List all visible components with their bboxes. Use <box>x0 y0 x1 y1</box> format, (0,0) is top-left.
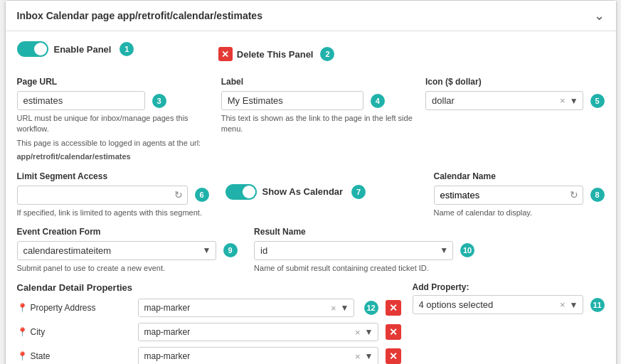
property-address-badge: 12 <box>364 301 378 315</box>
calendar-detail-label: Calendar Detail Properties <box>17 282 401 293</box>
property-address-delete-button[interactable]: ✕ <box>386 300 401 316</box>
detail-row-1: 📍 City × ▼ ✕ <box>17 323 401 341</box>
enable-label: Enable Panel <box>54 44 112 55</box>
icon-col: Icon ($ dollar) × ▼ 5 <box>425 77 604 110</box>
calendar-name-hint: Name of calendar to display. <box>434 208 605 218</box>
calendar-detail-col: Calendar Detail Properties 📍 Property Ad… <box>17 282 401 364</box>
add-property-clear-icon[interactable]: × <box>557 299 568 310</box>
pin-icon-2: 📍 <box>17 351 28 361</box>
calendar-name-badge: 8 <box>590 188 605 202</box>
detail-row-0: 📍 Property Address × ▼ 12 ✕ <box>17 299 401 317</box>
bottom-row: Calendar Detail Properties 📍 Property Ad… <box>17 282 605 364</box>
city-label: 📍 City <box>17 327 131 337</box>
property-address-input[interactable] <box>139 299 329 316</box>
result-name-label: Result Name <box>254 227 480 237</box>
pin-icon-0: 📍 <box>17 303 28 313</box>
icon-field-label: Icon ($ dollar) <box>425 77 604 87</box>
show-calendar-col: Show As Calendar 7 <box>225 171 423 200</box>
result-name-arrow-icon[interactable]: ▼ <box>438 245 452 255</box>
delete-badge: 2 <box>320 47 334 61</box>
chevron-down-icon[interactable]: ⌄ <box>594 8 605 23</box>
result-name-hint: Name of submit result containing created… <box>254 263 480 274</box>
enable-panel-section: Enable Panel 1 <box>17 41 201 67</box>
property-name-1: City <box>31 327 46 337</box>
icon-field-badge: 5 <box>590 94 605 108</box>
enable-toggle-row: Enable Panel 1 <box>17 41 201 57</box>
limit-segment-label: Limit Segment Access <box>17 171 214 181</box>
limit-segment-input[interactable] <box>18 186 170 204</box>
label-col: Label 4 This text is shown as the link t… <box>221 77 414 135</box>
event-creation-select[interactable]: calendarestimateitem <box>18 242 201 259</box>
event-creation-arrow-icon[interactable]: ▼ <box>201 245 216 255</box>
city-delete-button[interactable]: ✕ <box>386 324 401 340</box>
result-name-col: Result Name id ▼ 10 Name of submit resul… <box>254 227 480 274</box>
calendar-name-input[interactable] <box>435 186 566 204</box>
show-calendar-label: Show As Calendar <box>262 186 344 197</box>
property-name-0: Property Address <box>31 303 96 313</box>
panel-title: Inbox Calendar page app/retrofit/calenda… <box>17 10 262 21</box>
main-panel: Inbox Calendar page app/retrofit/calenda… <box>5 0 617 364</box>
add-property-arrow-icon[interactable]: ▼ <box>568 300 583 310</box>
label-field-input[interactable] <box>221 91 363 110</box>
pin-icon-1: 📍 <box>17 327 28 337</box>
property-address-label: 📍 Property Address <box>17 303 131 313</box>
page-url-col: Page URL 3 URL must be unique for inbox/… <box>17 77 210 163</box>
calendar-name-refresh-icon[interactable]: ↻ <box>566 189 583 200</box>
state-label: 📍 State <box>17 351 131 361</box>
segment-calendar-row: Limit Segment Access ↻ 6 If specified, l… <box>17 171 605 218</box>
event-creation-hint: Submit panel to use to create a new even… <box>17 263 243 274</box>
result-name-select[interactable]: id <box>255 242 438 259</box>
icon-clear-icon[interactable]: × <box>557 95 568 106</box>
enable-toggle[interactable] <box>17 41 48 57</box>
result-name-badge: 10 <box>460 243 474 257</box>
delete-label: Delete This Panel <box>237 49 314 60</box>
calendar-name-label: Calendar Name <box>434 171 605 181</box>
state-clear-icon[interactable]: × <box>352 351 363 362</box>
show-calendar-toggle[interactable] <box>225 184 257 200</box>
url-label-icon-row: Page URL 3 URL must be unique for inbox/… <box>17 77 605 163</box>
label-field-hint: This text is shown as the link to the pa… <box>221 113 414 135</box>
city-input[interactable] <box>139 323 353 341</box>
page-url-badge: 3 <box>152 94 166 108</box>
state-arrow-icon[interactable]: ▼ <box>363 351 378 361</box>
page-url-input[interactable] <box>17 91 145 110</box>
icon-field-input[interactable] <box>426 92 557 109</box>
property-address-select-wrap: × ▼ <box>138 299 354 317</box>
panel-body: Enable Panel 1 ✕ Delete This Panel 2 Pag… <box>6 31 616 364</box>
page-url-hint2: This page is accessible to logged in age… <box>17 138 210 149</box>
delete-panel-button[interactable]: ✕ Delete This Panel 2 <box>218 47 335 61</box>
detail-row-2: 📍 State × ▼ ✕ <box>17 347 401 364</box>
label-field-label: Label <box>221 77 414 87</box>
refresh-icon[interactable]: ↻ <box>170 189 187 200</box>
add-property-select[interactable]: 4 options selected <box>413 296 558 314</box>
property-address-arrow-icon[interactable]: ▼ <box>339 303 354 313</box>
page-url-hint3: app/retrofit/calendar/estimates <box>17 151 210 162</box>
delete-icon: ✕ <box>218 47 233 61</box>
limit-segment-hint: If specified, link is limited to agents … <box>17 208 214 218</box>
icon-dropdown-arrow-icon[interactable]: ▼ <box>568 96 583 106</box>
property-name-2: State <box>31 351 51 361</box>
add-property-col: Add Property: 4 options selected × ▼ 11 <box>413 282 605 364</box>
label-field-badge: 4 <box>371 94 385 108</box>
city-clear-icon[interactable]: × <box>352 327 363 338</box>
state-input[interactable] <box>139 348 353 364</box>
limit-segment-col: Limit Segment Access ↻ 6 If specified, l… <box>17 171 214 218</box>
property-address-clear-icon[interactable]: × <box>328 303 339 314</box>
city-arrow-icon[interactable]: ▼ <box>363 327 378 337</box>
enable-badge: 1 <box>120 42 134 56</box>
page-url-label: Page URL <box>17 77 210 87</box>
event-creation-badge: 9 <box>223 243 238 257</box>
state-delete-button[interactable]: ✕ <box>386 348 401 364</box>
event-creation-col: Event Creation Form calendarestimateitem… <box>17 227 243 274</box>
delete-panel-section: ✕ Delete This Panel 2 <box>218 47 403 61</box>
state-select-wrap: × ▼ <box>138 347 378 364</box>
add-property-badge: 11 <box>590 298 605 312</box>
show-calendar-badge: 7 <box>351 185 366 199</box>
limit-segment-badge: 6 <box>195 188 209 202</box>
calendar-name-col: Calendar Name ↻ 8 Name of calendar to di… <box>434 171 605 218</box>
city-select-wrap: × ▼ <box>138 323 378 341</box>
top-actions-row: Enable Panel 1 ✕ Delete This Panel 2 <box>17 41 605 67</box>
event-creation-label: Event Creation Form <box>17 227 243 237</box>
event-result-row: Event Creation Form calendarestimateitem… <box>17 227 605 274</box>
add-property-label: Add Property: <box>413 282 605 292</box>
